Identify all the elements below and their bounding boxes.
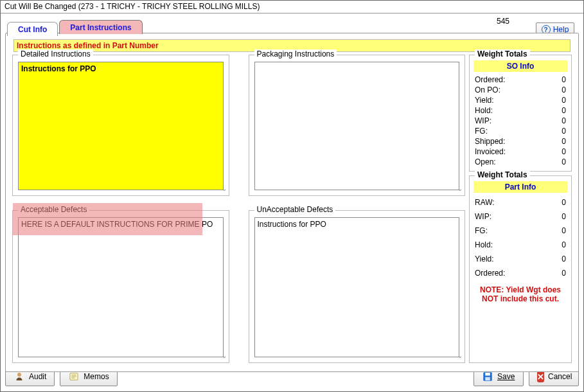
so-row-value: 0 — [562, 137, 566, 146]
instruction-grid: Detailed Instructions ⌄ Packaging Instru… — [12, 55, 465, 363]
part-header: Part Info — [473, 181, 567, 193]
so-row: Yield:0 — [473, 95, 567, 105]
packaging-instructions-input[interactable] — [254, 62, 460, 190]
tab-strip: Cut Info Part Instructions — [7, 20, 144, 34]
part-row-value: 0 — [562, 226, 566, 235]
so-row: Invoiced:0 — [473, 147, 567, 157]
so-row: FG:0 — [473, 126, 567, 136]
cancel-icon: ✕ — [537, 371, 544, 382]
so-row: Hold:0 — [473, 105, 567, 116]
part-weight-totals: Weight Totals Part Info RAW:0WIP:0FG:0Ho… — [469, 175, 572, 363]
yield-note: NOTE: Yield Wgt does NOT include this cu… — [473, 280, 567, 306]
audit-icon — [13, 371, 25, 382]
so-row-value: 0 — [562, 106, 566, 115]
so-row-label: FG: — [475, 127, 488, 136]
svg-rect-7 — [485, 377, 490, 380]
audit-label: Audit — [29, 372, 46, 381]
svg-point-0 — [17, 373, 21, 377]
tab-panel: Instructions as defined in Part Number D… — [5, 33, 579, 372]
part-row: FG:0 — [473, 224, 567, 238]
so-row-label: Hold: — [475, 106, 493, 115]
svg-rect-6 — [485, 373, 490, 376]
detailed-instructions-input[interactable] — [18, 62, 224, 190]
so-row-label: Invoiced: — [475, 147, 506, 156]
so-row-label: On PO: — [475, 85, 500, 94]
acceptable-defects-input[interactable] — [18, 217, 224, 357]
body: 545 ? Help Cut Info Part Instructions In… — [1, 13, 583, 391]
part-row-label: Ordered: — [475, 269, 505, 278]
so-row-label: Open: — [475, 157, 496, 166]
so-row-value: 0 — [562, 96, 566, 105]
detailed-instructions-group: Detailed Instructions ⌄ — [12, 55, 229, 196]
so-row-value: 0 — [562, 75, 566, 84]
so-row: Open:0 — [473, 157, 567, 167]
window: Cut Will Be Changed (273 - 1 TRICHY - TR… — [0, 0, 584, 392]
columns: Detailed Instructions ⌄ Packaging Instru… — [6, 52, 578, 370]
so-row-label: WIP: — [475, 116, 491, 125]
memos-label: Memos — [84, 372, 109, 381]
save-icon — [482, 371, 493, 382]
save-label: Save — [497, 372, 515, 381]
right-column: Weight Totals SO Info Ordered:0On PO:0Yi… — [469, 55, 572, 363]
so-row-value: 0 — [562, 147, 566, 156]
so-group-legend: Weight Totals — [475, 49, 530, 58]
tab-part-instructions[interactable]: Part Instructions — [59, 20, 142, 34]
memos-icon — [68, 371, 80, 382]
tab-cut-info[interactable]: Cut Info — [7, 22, 58, 36]
unacceptable-legend: UnAcceptable Defects — [254, 205, 336, 214]
so-row: Ordered:0 — [473, 75, 567, 85]
acceptable-defects-group: Acceptable Defects ⌄ — [12, 210, 229, 363]
so-header: SO Info — [473, 60, 567, 72]
so-row-label: Shipped: — [475, 137, 505, 146]
acceptable-legend: Acceptable Defects — [18, 205, 89, 214]
part-row-value: 0 — [562, 198, 566, 207]
top-number: 545 — [497, 17, 509, 26]
part-row: RAW:0 — [473, 195, 567, 209]
part-row-label: FG: — [475, 226, 488, 235]
so-weight-totals: Weight Totals SO Info Ordered:0On PO:0Yi… — [469, 55, 572, 172]
so-row: Shipped:0 — [473, 136, 567, 147]
so-row-label: Ordered: — [475, 75, 505, 84]
so-row-label: Yield: — [475, 96, 494, 105]
part-rows: RAW:0WIP:0FG:0Hold:0Yield:0Ordered:0 — [473, 195, 567, 280]
so-row-value: 0 — [562, 85, 566, 94]
cancel-label: Cancel — [548, 372, 572, 381]
part-row-label: Hold: — [475, 240, 493, 249]
window-title: Cut Will Be Changed (273 - 1 TRICHY - TR… — [1, 1, 583, 13]
so-row-value: 0 — [562, 127, 566, 136]
unacceptable-defects-input[interactable] — [254, 217, 460, 357]
part-row-label: Yield: — [475, 254, 494, 263]
part-row-value: 0 — [562, 212, 566, 221]
packaging-legend: Packaging Instructions — [254, 49, 337, 58]
part-row: Hold:0 — [473, 238, 567, 252]
left-column: Detailed Instructions ⌄ Packaging Instru… — [12, 55, 465, 363]
part-row-label: WIP: — [475, 212, 491, 221]
detailed-legend: Detailed Instructions — [18, 49, 93, 58]
part-row-value: 0 — [562, 269, 566, 278]
part-row-label: RAW: — [475, 198, 495, 207]
part-row: WIP:0 — [473, 209, 567, 224]
packaging-instructions-group: Packaging Instructions ⌄ — [249, 55, 466, 196]
part-row-value: 0 — [562, 254, 566, 263]
so-row: WIP:0 — [473, 116, 567, 126]
unacceptable-defects-group: UnAcceptable Defects ⌄ — [249, 210, 466, 363]
part-row-value: 0 — [562, 240, 566, 249]
part-group-legend: Weight Totals — [475, 170, 530, 179]
so-row-value: 0 — [562, 116, 566, 125]
so-row: On PO:0 — [473, 85, 567, 95]
part-row: Yield:0 — [473, 252, 567, 266]
so-rows: Ordered:0On PO:0Yield:0Hold:0WIP:0FG:0Sh… — [473, 75, 567, 167]
part-row: Ordered:0 — [473, 266, 567, 280]
so-row-value: 0 — [562, 157, 566, 166]
